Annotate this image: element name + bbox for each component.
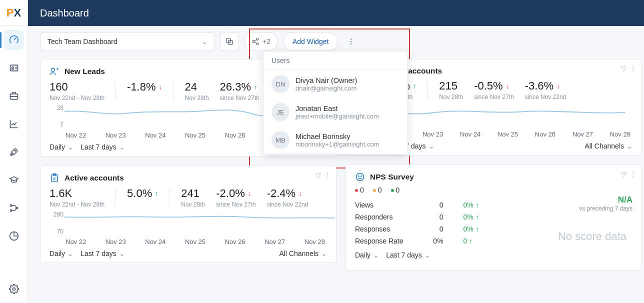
briefcase-icon [9, 91, 19, 101]
share-count: +2 [262, 38, 270, 46]
card-title: NPS Survey [370, 172, 414, 182]
dashboard-name: Tech Team Dashboard [48, 38, 118, 46]
avatar: MB [272, 131, 290, 149]
arrow-up-icon: ↑ [413, 82, 416, 90]
arrow-down-icon: ↓ [248, 190, 252, 198]
freq-select[interactable]: Daily⌄ [50, 143, 74, 151]
filter-icon[interactable]: ▽ [621, 64, 626, 72]
nav-analytics[interactable] [4, 114, 24, 134]
logo: PX [0, 0, 28, 26]
user-email: dnair@gainsight.com [296, 84, 357, 92]
clipboard-icon [50, 173, 60, 183]
svg-point-4 [10, 204, 12, 206]
card-nps: ▽⋮ NPS Survey 0 0 0 N/Avs preceding 7 da… [346, 164, 642, 270]
rocket-icon [9, 147, 19, 157]
avatar: JE [272, 103, 290, 121]
nav-dashboard[interactable] [4, 30, 24, 50]
arrow-down-icon: ↓ [159, 83, 162, 91]
svg-point-21 [358, 176, 359, 176]
svg-point-5 [10, 210, 12, 211]
add-widget-button[interactable]: Add Widget [283, 32, 338, 51]
arrow-down-icon: ↓ [556, 82, 560, 90]
svg-point-22 [361, 176, 362, 176]
user-name: Jonatan East [296, 104, 379, 112]
svg-point-14 [350, 38, 352, 40]
id-card-icon [9, 63, 19, 73]
user-email: jeast+mobile@gainsight.com [296, 112, 379, 120]
no-score-label: No score data [558, 230, 626, 243]
range-select[interactable]: Last 7 days⌄ [80, 143, 125, 151]
copy-icon [225, 37, 234, 46]
svg-point-11 [256, 38, 258, 40]
freq-select[interactable]: Daily⌄ [50, 250, 74, 258]
svg-point-3 [14, 150, 16, 152]
avatar: DN [272, 75, 290, 93]
copy-button[interactable] [220, 32, 239, 51]
arrow-up-icon: ↑ [155, 190, 158, 198]
arrow-up-icon: ↑ [254, 83, 258, 91]
svg-point-8 [12, 288, 15, 290]
chevron-down-icon: ⌄ [202, 38, 208, 46]
user-name: Divya Nair (Owner) [296, 76, 357, 84]
svg-point-16 [350, 43, 352, 44]
channels-select[interactable]: All Channels⌄ [279, 250, 327, 258]
svg-point-15 [350, 41, 352, 42]
gauge-icon [9, 35, 19, 45]
flow-icon [9, 203, 19, 213]
card-active-accounts: ▽⋮ Active accounts 1.6KNov 22nd - Nov 28… [40, 166, 336, 263]
chart-line-icon [9, 119, 19, 129]
nav-academy[interactable] [4, 170, 24, 190]
svg-point-13 [256, 43, 258, 45]
card-title: New Leads [64, 67, 105, 76]
svg-point-20 [356, 174, 364, 181]
user-email: mborinsky+1@gainsight.com [296, 140, 379, 148]
sidebar: PX [0, 0, 28, 303]
kebab-icon[interactable]: ⋮ [630, 170, 636, 178]
popover-heading: Users [264, 52, 408, 70]
range-select[interactable]: Last 7 days⌄ [80, 250, 125, 258]
nav-settings[interactable] [4, 279, 24, 299]
user-row[interactable]: MB Michael Borinskymborinsky+1@gainsight… [264, 126, 408, 154]
user-row[interactable]: DN Divya Nair (Owner)dnair@gainsight.com [264, 70, 408, 98]
filter-icon[interactable]: ▽ [621, 170, 626, 178]
range-select[interactable]: Last 7 days⌄ [386, 251, 430, 259]
leads-icon [50, 66, 60, 76]
kebab-icon[interactable]: ⋮ [630, 64, 636, 72]
user-row[interactable]: JE Jonatan Eastjeast+mobile@gainsight.co… [264, 98, 408, 126]
nps-icon [355, 172, 365, 182]
freq-select[interactable]: Daily⌄ [355, 251, 379, 259]
arrow-down-icon: ↓ [298, 190, 302, 198]
svg-rect-0 [10, 65, 18, 71]
nav-portfolio[interactable] [4, 86, 24, 106]
svg-point-1 [12, 67, 13, 68]
page-title: Dashboard [40, 8, 89, 19]
kebab-icon[interactable]: ⋮ [324, 171, 331, 179]
user-name: Michael Borinsky [296, 132, 379, 140]
card-title: Active accounts [64, 174, 124, 182]
topbar: Dashboard [28, 0, 644, 26]
nav-contacts[interactable] [4, 58, 24, 78]
users-popover: Users DN Divya Nair (Owner)dnair@gainsig… [263, 51, 408, 154]
arrow-down-icon: ↓ [506, 82, 510, 90]
gear-icon [9, 284, 19, 294]
share-icon [252, 38, 260, 46]
sparkline [64, 211, 334, 235]
graduation-icon [9, 175, 19, 185]
nav-rocket[interactable] [4, 142, 24, 162]
nav-flow[interactable] [4, 198, 24, 218]
nav-pie[interactable] [4, 226, 24, 246]
filter-icon[interactable]: ▽ [316, 171, 321, 179]
channels-select[interactable]: All Channels⌄ [584, 142, 632, 150]
more-options-button[interactable] [343, 32, 359, 51]
kebab-icon [347, 38, 355, 46]
svg-point-17 [51, 68, 54, 72]
svg-point-12 [252, 40, 254, 42]
share-button[interactable]: +2 [244, 32, 278, 51]
pie-icon [9, 231, 19, 241]
dashboard-selector[interactable]: Tech Team Dashboard ⌄ [40, 32, 215, 51]
